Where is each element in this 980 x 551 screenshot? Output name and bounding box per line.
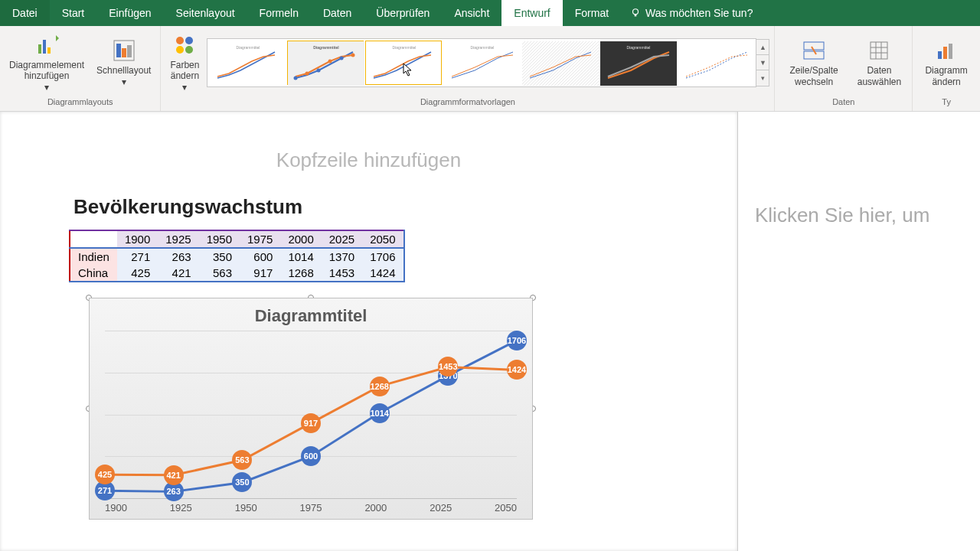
table-header: 1950 bbox=[199, 230, 240, 248]
svg-point-17 bbox=[317, 68, 321, 72]
chart-style-5[interactable] bbox=[521, 41, 598, 85]
quick-layout-button[interactable]: Schnelllayout ▾ bbox=[92, 34, 155, 90]
x-label: 1925 bbox=[170, 502, 192, 514]
table-row: Indien 271 263 350 600 1014 1370 1706 bbox=[70, 248, 404, 265]
chart-title[interactable]: Diagrammtitel bbox=[105, 306, 517, 326]
quick-layout-icon bbox=[111, 37, 137, 64]
table-row: China 425 421 563 917 1268 1453 1424 bbox=[70, 265, 404, 282]
svg-rect-7 bbox=[122, 48, 126, 57]
tab-review[interactable]: Überprüfen bbox=[364, 0, 442, 26]
document-page[interactable]: Kopfzeile hinzufügen Bevölkerungswachstu… bbox=[0, 112, 738, 551]
tab-home[interactable]: Start bbox=[50, 0, 97, 26]
data-marker[interactable]: 1268 bbox=[370, 377, 390, 396]
change-chart-type-button[interactable]: Diagramm ändern bbox=[917, 34, 975, 90]
table-cell: 1453 bbox=[322, 265, 362, 282]
svg-point-12 bbox=[185, 46, 193, 54]
add-chart-element-button[interactable]: Diagrammelement hinzufügen ▾ bbox=[5, 29, 89, 96]
select-data-label: Daten auswählen bbox=[856, 65, 903, 87]
row-name: Indien bbox=[70, 248, 117, 265]
gallery-up-button[interactable]: ▲ bbox=[756, 40, 769, 55]
table-cell: 1370 bbox=[322, 248, 362, 265]
table-header: 1975 bbox=[240, 230, 280, 248]
tab-formulas[interactable]: Formeln bbox=[247, 0, 311, 26]
chart-style-1[interactable]: Diagrammtitel bbox=[209, 41, 286, 85]
chart-style-3[interactable]: Diagrammtitel bbox=[365, 41, 442, 85]
group-label-styles: Diagrammformatvorlagen bbox=[165, 96, 769, 108]
chart-style-6[interactable]: Diagrammtitel bbox=[599, 41, 676, 85]
table-cell: 421 bbox=[158, 265, 198, 282]
svg-rect-35 bbox=[943, 47, 947, 59]
change-colors-button[interactable]: Farben ändern ▾ bbox=[165, 29, 204, 96]
document-title: Bevölkerungswachstum bbox=[74, 195, 737, 219]
svg-rect-1 bbox=[635, 15, 637, 17]
svg-rect-34 bbox=[938, 51, 942, 59]
switch-row-column-button[interactable]: Zeile/Spalte wechseln bbox=[779, 34, 848, 90]
ribbon-tabs: Datei Start Einfügen Seitenlayout Formel… bbox=[0, 0, 980, 26]
data-marker[interactable]: 350 bbox=[232, 472, 252, 492]
table-cell: 1014 bbox=[280, 248, 321, 265]
chart-style-2[interactable]: Diagrammtitel bbox=[287, 41, 364, 85]
x-label: 2025 bbox=[430, 502, 452, 514]
tell-me-search[interactable]: Was möchten Sie tun? bbox=[621, 7, 762, 19]
x-label: 1950 bbox=[235, 502, 257, 514]
data-marker[interactable]: 600 bbox=[301, 446, 321, 466]
table-cell: 1706 bbox=[362, 248, 403, 265]
chart-styles-gallery: Diagrammtitel Diagrammtitel Diagrammtite… bbox=[207, 38, 756, 87]
svg-rect-28 bbox=[804, 51, 824, 59]
change-colors-label: Farben ändern bbox=[170, 60, 199, 82]
data-marker[interactable]: 917 bbox=[301, 413, 321, 433]
table-header: 2000 bbox=[280, 230, 321, 248]
table-corner bbox=[70, 230, 117, 248]
group-type: Diagramm ändern Ty bbox=[913, 26, 980, 111]
tab-page-layout[interactable]: Seitenlayout bbox=[164, 0, 247, 26]
svg-point-21 bbox=[351, 53, 355, 57]
table-cell: 1268 bbox=[280, 265, 321, 282]
svg-rect-2 bbox=[38, 44, 41, 54]
group-label-data: Daten bbox=[779, 96, 907, 108]
group-label-type: Ty bbox=[917, 96, 975, 108]
gallery-down-button[interactable]: ▼ bbox=[756, 55, 769, 70]
tab-file[interactable]: Datei bbox=[0, 0, 50, 26]
svg-point-10 bbox=[185, 37, 193, 44]
lightbulb-icon bbox=[630, 8, 641, 18]
gallery-more-button[interactable]: ▾ bbox=[756, 70, 769, 86]
data-marker[interactable]: 1014 bbox=[370, 403, 390, 423]
svg-point-16 bbox=[294, 76, 298, 80]
data-marker[interactable]: 563 bbox=[232, 450, 252, 470]
tab-data[interactable]: Daten bbox=[311, 0, 364, 26]
chart-style-7[interactable] bbox=[678, 41, 754, 85]
svg-point-11 bbox=[176, 46, 184, 54]
side-panel[interactable]: Klicken Sie hier, um bbox=[738, 112, 980, 551]
select-data-button[interactable]: Daten auswählen bbox=[851, 34, 907, 90]
svg-rect-27 bbox=[804, 42, 824, 50]
chart-style-4[interactable]: Diagrammtitel bbox=[443, 41, 520, 85]
x-label: 2000 bbox=[364, 502, 387, 514]
plot-area[interactable]: 2712633506001014137017064254215639171268… bbox=[105, 331, 517, 499]
table-header: 2025 bbox=[322, 230, 362, 248]
chart-object[interactable]: Diagrammtitel 27126335060010141370170642… bbox=[89, 298, 533, 520]
tab-view[interactable]: Ansicht bbox=[442, 0, 501, 26]
header-placeholder[interactable]: Kopfzeile hinzufügen bbox=[0, 148, 737, 172]
switch-icon bbox=[801, 37, 827, 64]
tab-format[interactable]: Format bbox=[563, 0, 621, 26]
group-chart-styles: Farben ändern ▾ Diagrammtitel Diagrammti… bbox=[161, 26, 775, 111]
tab-design[interactable]: Entwurf bbox=[501, 0, 562, 26]
svg-point-9 bbox=[176, 37, 184, 44]
add-element-label: Diagrammelement hinzufügen bbox=[9, 60, 84, 82]
data-table[interactable]: 1900 1925 1950 1975 2000 2025 2050 Indie… bbox=[69, 230, 405, 282]
chart-area[interactable]: Diagrammtitel 27126335060010141370170642… bbox=[89, 298, 533, 520]
data-marker[interactable]: 421 bbox=[164, 465, 184, 485]
table-header: 2050 bbox=[362, 230, 403, 248]
svg-point-20 bbox=[328, 59, 332, 63]
change-type-icon bbox=[933, 37, 959, 64]
svg-rect-29 bbox=[871, 42, 887, 59]
table-cell: 1424 bbox=[362, 265, 403, 282]
table-cell: 271 bbox=[117, 248, 158, 265]
tab-insert[interactable]: Einfügen bbox=[96, 0, 163, 26]
data-marker[interactable]: 425 bbox=[95, 465, 115, 484]
table-cell: 600 bbox=[240, 248, 280, 265]
gallery-scroll: ▲ ▼ ▾ bbox=[756, 39, 769, 86]
data-marker[interactable]: 1706 bbox=[507, 331, 527, 350]
data-marker[interactable]: 1424 bbox=[507, 360, 527, 380]
data-marker[interactable]: 1453 bbox=[438, 357, 458, 377]
